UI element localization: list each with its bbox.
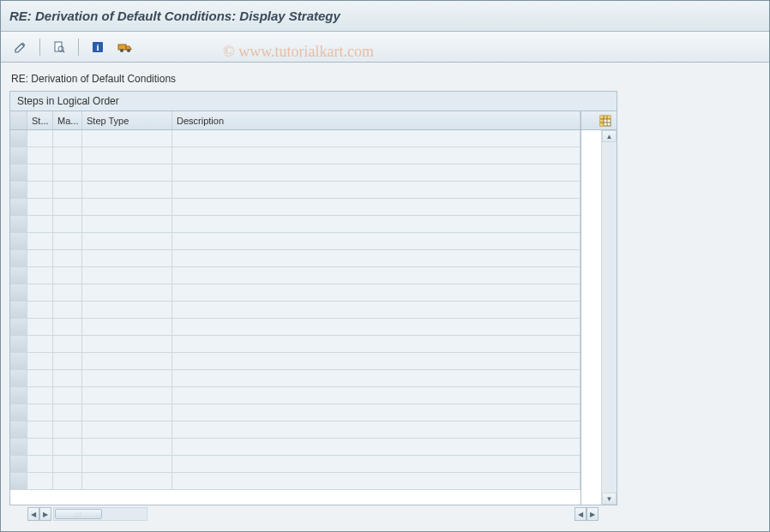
row-selector[interactable]: [10, 284, 27, 301]
row-selector[interactable]: [10, 147, 27, 164]
cell-description[interactable]: [172, 319, 581, 335]
cell-description[interactable]: [172, 182, 581, 198]
cell-ma[interactable]: [53, 284, 82, 301]
row-selector[interactable]: [10, 267, 27, 284]
transport-button[interactable]: [114, 37, 136, 57]
cell-description[interactable]: [172, 233, 581, 249]
cell-ma[interactable]: [53, 404, 82, 421]
cell-ma[interactable]: [53, 439, 82, 455]
hscroll-track-left[interactable]: :::: [53, 507, 147, 521]
row-selector[interactable]: [10, 199, 27, 215]
row-selector[interactable]: [10, 353, 27, 369]
row-selector[interactable]: [10, 387, 27, 403]
cell-description[interactable]: [172, 284, 581, 301]
cell-description[interactable]: [172, 336, 581, 352]
column-header-description[interactable]: Description: [172, 111, 581, 129]
cell-description[interactable]: [172, 216, 581, 232]
cell-ma[interactable]: [53, 302, 82, 318]
cell-st[interactable]: [27, 233, 53, 249]
cell-step-type[interactable]: [82, 250, 172, 266]
cell-description[interactable]: [172, 439, 581, 455]
vscroll-track[interactable]: [602, 142, 617, 493]
cell-description[interactable]: [172, 302, 581, 318]
row-selector[interactable]: [10, 404, 27, 421]
cell-step-type[interactable]: [82, 182, 172, 198]
cell-step-type[interactable]: [82, 267, 172, 284]
cell-st[interactable]: [27, 267, 53, 284]
cell-description[interactable]: [172, 456, 581, 472]
cell-ma[interactable]: [53, 233, 82, 249]
cell-ma[interactable]: [53, 370, 82, 386]
row-selector[interactable]: [10, 439, 27, 455]
column-header-st[interactable]: St...: [27, 111, 53, 129]
cell-st[interactable]: [27, 216, 53, 232]
cell-ma[interactable]: [53, 199, 82, 215]
cell-ma[interactable]: [53, 336, 82, 352]
row-selector[interactable]: [10, 370, 27, 386]
cell-st[interactable]: [27, 164, 53, 181]
cell-step-type[interactable]: [82, 284, 172, 301]
cell-ma[interactable]: [53, 147, 82, 164]
row-selector[interactable]: [10, 182, 27, 198]
cell-ma[interactable]: [53, 387, 82, 403]
cell-step-type[interactable]: [82, 456, 172, 472]
overview-button[interactable]: [48, 37, 70, 57]
row-selector[interactable]: [10, 473, 27, 489]
column-header-ma[interactable]: Ma...: [53, 111, 82, 129]
row-selector[interactable]: [10, 456, 27, 472]
cell-ma[interactable]: [53, 421, 82, 438]
cell-ma[interactable]: [53, 353, 82, 369]
cell-ma[interactable]: [53, 319, 82, 335]
cell-st[interactable]: [27, 319, 53, 335]
cell-step-type[interactable]: [82, 404, 172, 421]
cell-ma[interactable]: [53, 130, 82, 146]
cell-st[interactable]: [27, 404, 53, 421]
hscroll-right-button[interactable]: ◀: [574, 507, 587, 521]
cell-step-type[interactable]: [82, 130, 172, 146]
cell-st[interactable]: [27, 182, 53, 198]
cell-step-type[interactable]: [82, 164, 172, 181]
cell-step-type[interactable]: [82, 336, 172, 352]
cell-st[interactable]: [27, 473, 53, 489]
hscroll-left-button[interactable]: ◀: [27, 507, 39, 521]
cell-ma[interactable]: [53, 456, 82, 472]
column-header-step-type[interactable]: Step Type: [82, 111, 172, 129]
cell-step-type[interactable]: [82, 216, 172, 232]
cell-step-type[interactable]: [82, 302, 172, 318]
cell-st[interactable]: [27, 336, 53, 352]
cell-step-type[interactable]: [82, 233, 172, 249]
row-selector[interactable]: [10, 164, 27, 181]
cell-description[interactable]: [172, 250, 581, 266]
scroll-up-button[interactable]: ▲: [602, 130, 617, 142]
hscroll-left-button-2[interactable]: ▶: [39, 507, 51, 521]
cell-step-type[interactable]: [82, 473, 172, 489]
hscroll-thumb[interactable]: :::: [55, 509, 102, 519]
cell-step-type[interactable]: [82, 353, 172, 369]
info-button[interactable]: i: [87, 37, 109, 57]
cell-description[interactable]: [172, 130, 581, 146]
cell-st[interactable]: [27, 250, 53, 266]
table-config-button[interactable]: [581, 111, 617, 130]
cell-description[interactable]: [172, 164, 581, 181]
cell-description[interactable]: [172, 404, 581, 421]
row-selector[interactable]: [10, 421, 27, 438]
cell-st[interactable]: [27, 353, 53, 369]
row-selector[interactable]: [10, 216, 27, 232]
cell-description[interactable]: [172, 147, 581, 164]
cell-ma[interactable]: [53, 216, 82, 232]
cell-description[interactable]: [172, 370, 581, 386]
cell-description[interactable]: [172, 421, 581, 438]
cell-description[interactable]: [172, 387, 581, 403]
cell-description[interactable]: [172, 353, 581, 369]
scroll-down-button[interactable]: ▼: [602, 493, 617, 505]
cell-st[interactable]: [27, 147, 53, 164]
cell-ma[interactable]: [53, 182, 82, 198]
cell-description[interactable]: [172, 473, 581, 489]
cell-description[interactable]: [172, 199, 581, 215]
cell-ma[interactable]: [53, 164, 82, 181]
cell-step-type[interactable]: [82, 370, 172, 386]
cell-ma[interactable]: [53, 473, 82, 489]
cell-st[interactable]: [27, 387, 53, 403]
row-selector[interactable]: [10, 319, 27, 335]
row-selector[interactable]: [10, 130, 27, 146]
